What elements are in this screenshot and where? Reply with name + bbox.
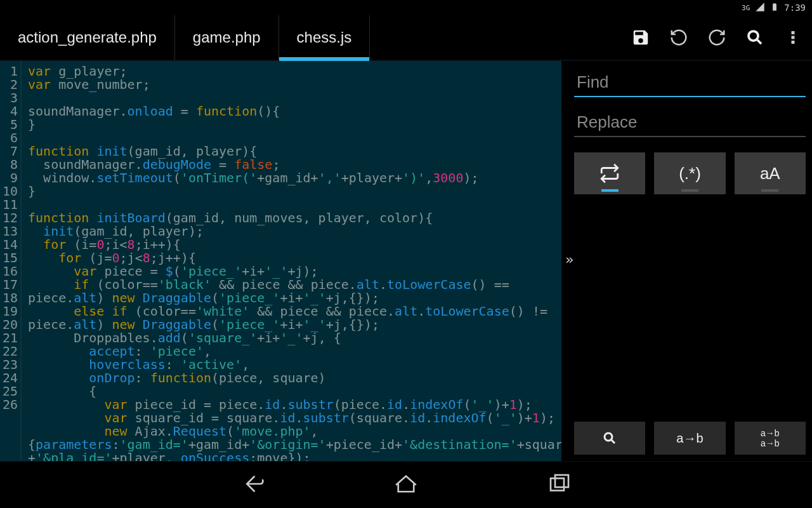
code-area[interactable]: var g_player; var move_number; soundMana…	[22, 61, 561, 461]
signal-icon	[755, 2, 765, 14]
case-toggle-button[interactable]: aA	[735, 152, 806, 194]
tab-action-generate[interactable]: action_generate.php	[0, 15, 175, 60]
svg-point-4	[605, 433, 612, 441]
replace-all-button[interactable]: a→b a→b	[735, 422, 806, 455]
clock-text: 7:39	[784, 3, 806, 13]
svg-rect-2	[792, 36, 795, 39]
find-replace-panel: (.*) aA » a→b a→b a→b	[561, 61, 812, 461]
loop-toggle-button[interactable]	[574, 152, 645, 194]
redo-icon[interactable]	[698, 15, 736, 60]
back-button[interactable]	[239, 471, 266, 500]
svg-rect-1	[792, 31, 795, 34]
svg-rect-5	[551, 478, 564, 490]
replace-input[interactable]	[574, 109, 806, 137]
recent-apps-button[interactable]	[546, 471, 573, 500]
android-status-bar: 3G 7:39	[0, 0, 812, 15]
svg-rect-3	[792, 41, 795, 44]
android-nav-bar	[0, 461, 812, 508]
find-next-button[interactable]	[574, 422, 645, 455]
tab-game[interactable]: game.php	[175, 15, 279, 60]
save-icon[interactable]	[622, 15, 660, 60]
svg-rect-6	[555, 475, 568, 487]
battery-icon	[770, 2, 779, 14]
collapse-panel-icon[interactable]: »	[565, 251, 573, 267]
home-button[interactable]	[393, 471, 419, 500]
line-gutter: 1234567891011121314151617181920212223242…	[0, 61, 22, 461]
overflow-menu-icon[interactable]	[774, 15, 812, 60]
search-icon[interactable]	[736, 15, 774, 60]
tab-bar: action_generate.php game.php chess.js	[0, 15, 812, 61]
replace-one-button[interactable]: a→b	[654, 422, 725, 455]
find-input[interactable]	[574, 69, 806, 97]
tab-chess[interactable]: chess.js	[279, 15, 370, 60]
regex-toggle-button[interactable]: (.*)	[654, 152, 725, 194]
editor-main: 1234567891011121314151617181920212223242…	[0, 61, 812, 461]
network-label: 3G	[742, 4, 750, 12]
svg-point-0	[749, 31, 758, 41]
undo-icon[interactable]	[660, 15, 698, 60]
